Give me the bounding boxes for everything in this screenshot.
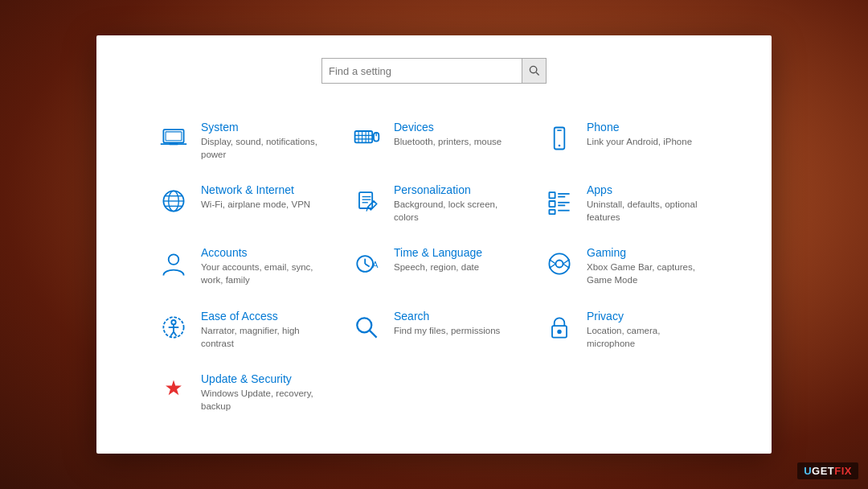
gaming-description: Xbox Game Bar, captures, Game Mode — [587, 261, 710, 286]
system-title: System — [201, 121, 325, 134]
phone-description: Link your Android, iPhone — [587, 135, 692, 148]
setting-item-network[interactable]: Network & InternetWi-Fi, airplane mode, … — [145, 172, 338, 235]
search-title: Search — [394, 310, 500, 323]
gaming-title: Gaming — [587, 246, 710, 259]
network-icon — [158, 185, 190, 217]
time-description: Speech, region, date — [394, 261, 482, 273]
setting-item-update[interactable]: Update & SecurityWindows Update, recover… — [145, 361, 338, 424]
watermark: UGETFIX — [797, 462, 858, 479]
search-input[interactable] — [322, 65, 522, 77]
ease-icon — [158, 311, 190, 343]
apps-icon — [543, 185, 575, 217]
personalization-icon — [350, 185, 383, 217]
settings-grid: SystemDisplay, sound, notifications, pow… — [145, 109, 723, 424]
svg-point-56 — [530, 66, 536, 72]
privacy-title: Privacy — [587, 310, 710, 323]
apps-description: Uninstall, defaults, optional features — [587, 198, 710, 224]
update-icon — [158, 374, 190, 406]
setting-item-phone[interactable]: PhoneLink your Android, iPhone — [530, 109, 723, 172]
setting-item-personalization[interactable]: PersonalizationBackground, lock screen, … — [338, 172, 530, 235]
update-title: Update & Security — [201, 372, 325, 385]
settings-window: SystemDisplay, sound, notifications, pow… — [96, 35, 772, 454]
network-description: Wi-Fi, airplane mode, VPN — [201, 198, 310, 211]
gaming-icon — [543, 248, 575, 280]
accounts-icon — [158, 248, 190, 280]
setting-item-accounts[interactable]: AccountsYour accounts, email, sync, work… — [145, 235, 338, 298]
ease-description: Narrator, magnifier, high contrast — [201, 324, 325, 350]
devices-description: Bluetooth, printers, mouse — [394, 135, 502, 148]
personalization-title: Personalization — [394, 183, 518, 196]
search-description: Find my files, permissions — [394, 324, 500, 337]
setting-item-gaming[interactable]: GamingXbox Game Bar, captures, Game Mode — [530, 235, 723, 298]
privacy-icon — [543, 311, 575, 343]
apps-title: Apps — [587, 183, 710, 196]
search-button[interactable] — [522, 59, 546, 83]
ease-title: Ease of Access — [201, 310, 325, 323]
privacy-description: Location, camera, microphone — [587, 324, 710, 350]
phone-icon — [543, 122, 575, 154]
svg-line-57 — [536, 72, 539, 76]
update-description: Windows Update, recovery, backup — [201, 387, 325, 413]
phone-title: Phone — [587, 121, 692, 134]
setting-item-ease[interactable]: Ease of AccessNarrator, magnifier, high … — [145, 298, 338, 361]
time-icon — [350, 248, 383, 280]
devices-title: Devices — [394, 121, 502, 134]
setting-item-search[interactable]: SearchFind my files, permissions — [338, 298, 530, 361]
personalization-description: Background, lock screen, colors — [394, 198, 518, 224]
system-icon — [158, 122, 190, 154]
search-icon — [350, 311, 383, 343]
setting-item-system[interactable]: SystemDisplay, sound, notifications, pow… — [145, 109, 338, 172]
setting-item-apps[interactable]: AppsUninstall, defaults, optional featur… — [530, 172, 723, 235]
time-title: Time & Language — [394, 246, 482, 259]
setting-item-time[interactable]: Time & LanguageSpeech, region, date — [338, 235, 530, 298]
accounts-title: Accounts — [201, 246, 325, 259]
search-bar[interactable] — [321, 58, 547, 84]
network-title: Network & Internet — [201, 183, 310, 196]
setting-item-devices[interactable]: DevicesBluetooth, printers, mouse — [338, 109, 530, 172]
system-description: Display, sound, notifications, power — [201, 135, 325, 161]
setting-item-privacy[interactable]: PrivacyLocation, camera, microphone — [530, 298, 723, 361]
devices-icon — [350, 122, 383, 154]
accounts-description: Your accounts, email, sync, work, family — [201, 261, 325, 286]
